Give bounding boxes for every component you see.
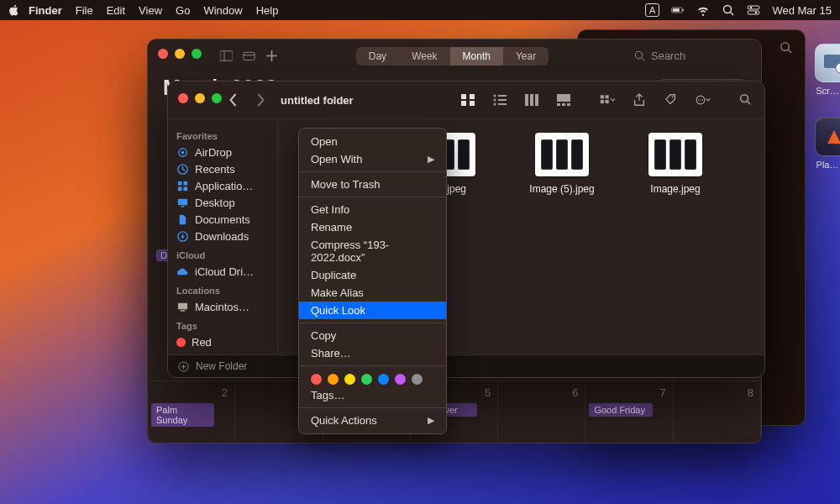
desktop-app-label: Scr… [815,86,840,96]
svg-rect-7 [748,11,759,14]
sidebar-item-iclouddrive[interactable]: iCloud Dri… [176,264,270,281]
finder-pathbar[interactable]: New Folder [168,354,764,377]
cal-view-segmented[interactable]: Day Week Month Year [356,47,549,66]
event-palm-sunday[interactable]: Palm Sunday [151,403,214,427]
menubar-date[interactable]: Wed Mar 15 [772,4,832,17]
svg-rect-50 [183,181,187,186]
cell-date: 5 [485,386,491,399]
pathbar-label: New Folder [196,360,247,372]
file-item[interactable]: Image (5).jpeg [528,133,596,198]
tag-color[interactable] [344,374,355,385]
battery-icon[interactable] [671,3,685,17]
context-item[interactable]: Copy [299,327,446,344]
cell-date: 2 [222,386,228,399]
menu-view[interactable]: View [139,4,162,17]
svg-rect-54 [181,206,185,207]
event-good-friday[interactable]: Good Friday [589,403,652,417]
context-item[interactable]: Quick Actions▶ [299,412,446,429]
control-center-icon[interactable] [747,3,760,17]
sidebar-section-favorites: Favorites [176,131,270,141]
search-icon[interactable] [779,40,793,55]
sidebar-item-apps[interactable]: Applicatio… [176,178,270,195]
action-menu[interactable] [696,93,711,107]
context-tag-colors[interactable] [299,370,446,386]
calendar-cell[interactable]: 7Good Friday [585,381,673,443]
finder-title: untitled folder [281,94,354,107]
tag-color[interactable] [395,374,406,385]
context-item[interactable]: Open With▶ [299,150,446,168]
back-button[interactable] [227,92,239,108]
menu-window[interactable]: Window [203,4,242,17]
view-list[interactable] [492,93,507,107]
forward-button[interactable] [255,92,267,108]
menu-file[interactable]: File [76,4,93,17]
seg-day[interactable]: Day [356,47,399,66]
sidebar-item-airdrop[interactable]: AirDrop [176,144,270,161]
menu-edit[interactable]: Edit [107,4,125,17]
menu-help[interactable]: Help [256,4,279,17]
calendar-cell[interactable]: 2Palm Sunday [148,381,235,443]
context-item[interactable]: Make Alias [299,284,446,302]
context-item[interactable]: Get Info [299,201,446,218]
spotlight-icon[interactable] [722,3,735,17]
context-item[interactable]: Move to Trash [299,176,446,193]
context-menu[interactable]: OpenOpen With▶Move to TrashGet InfoRenam… [298,128,447,434]
sidebar-item-macintosh[interactable]: Macintos… [176,299,270,316]
seg-year[interactable]: Year [503,47,549,66]
svg-point-8 [755,12,758,14]
tag-color[interactable] [361,374,372,385]
sidebar-item-doc[interactable]: Documents [176,212,270,228]
desktop-app-label: Pla… [815,160,840,170]
sidebar-item-desktop[interactable]: Desktop [176,195,270,212]
cell-date: 8 [748,386,753,399]
context-item[interactable]: Compress “193-2022.docx” [299,236,446,266]
svg-rect-19 [470,94,475,99]
cal-add-icon[interactable] [265,50,278,62]
tag-color[interactable] [311,374,322,385]
tag-color[interactable] [378,374,389,385]
file-item[interactable]: Image.jpeg [642,133,709,198]
view-columns[interactable] [524,93,539,107]
sidebar-item-down[interactable]: Downloads [176,228,270,245]
svg-point-39 [672,96,674,97]
cell-date: 7 [659,386,665,399]
context-item[interactable]: Rename [299,218,446,236]
svg-rect-32 [557,103,560,106]
cal-sidebar-icon[interactable] [220,50,233,62]
sidebar-item-clock[interactable]: Recents [176,161,270,178]
cal-traffic-lights[interactable] [158,49,202,59]
wifi-icon[interactable] [696,3,710,17]
file-label: Image.jpeg [642,183,709,195]
view-gallery[interactable] [556,93,571,107]
tag-color[interactable] [328,374,339,385]
finder-traffic-lights[interactable] [178,93,222,103]
input-source-badge[interactable]: A [645,3,659,17]
svg-point-22 [494,95,496,97]
seg-week[interactable]: Week [399,47,449,66]
context-item[interactable]: Duplicate [299,266,446,284]
tags-button[interactable] [664,93,679,107]
desktop-app-screenshot[interactable]: Scr… [815,44,840,96]
cal-search[interactable]: Search [627,47,749,65]
context-item[interactable]: Quick Look [299,302,446,319]
finder-search[interactable] [738,92,753,108]
context-item[interactable]: Share… [299,344,446,362]
cal-calendars-icon[interactable] [243,50,255,62]
tag-color[interactable] [412,374,423,385]
context-separator [299,407,446,408]
context-item[interactable]: Open [299,133,446,150]
calendar-cell[interactable]: 6 [498,381,585,443]
svg-rect-5 [748,6,759,9]
desktop-app-playgrounds[interactable]: Pla… [815,118,840,170]
view-icons[interactable] [460,93,475,107]
calendar-cell[interactable]: 8 [674,381,761,443]
sidebar-tag-red[interactable]: Red [176,334,270,351]
menu-go[interactable]: Go [176,4,190,17]
context-item[interactable]: Tags… [299,386,446,404]
group-menu[interactable] [600,93,615,107]
app-name[interactable]: Finder [29,4,62,17]
seg-month[interactable]: Month [450,47,503,66]
cal-search-placeholder: Search [651,50,685,62]
share-button[interactable] [632,93,647,107]
svg-point-46 [181,151,185,155]
